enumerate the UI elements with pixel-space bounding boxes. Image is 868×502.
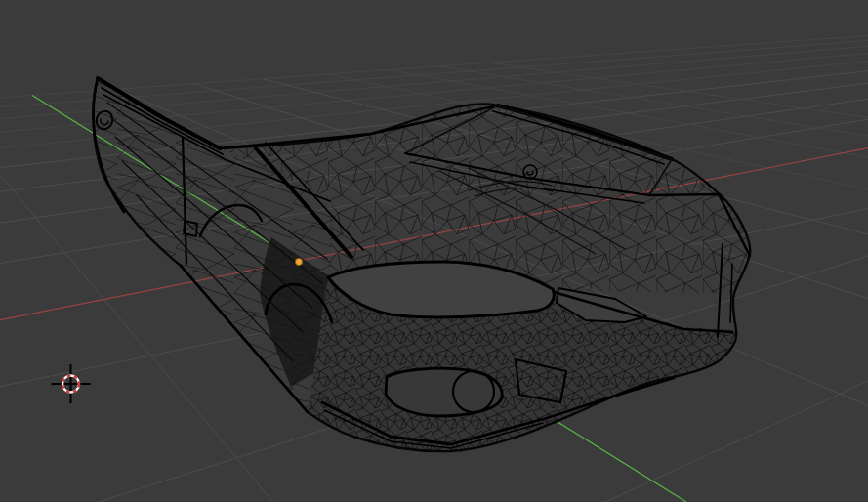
- object-origin-dot: [295, 258, 302, 265]
- viewport-canvas[interactable]: [0, 0, 868, 502]
- origin-dot: [295, 258, 302, 265]
- blender-3d-viewport[interactable]: [0, 0, 868, 502]
